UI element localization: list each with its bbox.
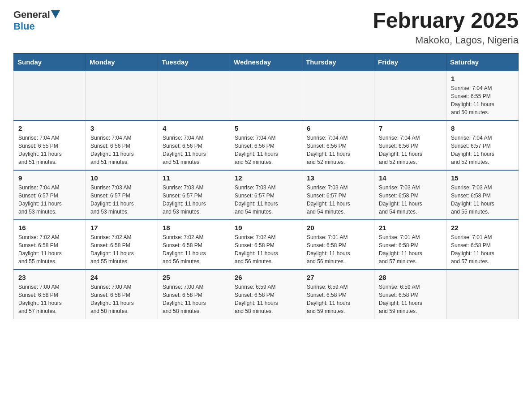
calendar-cell: 11Sunrise: 7:03 AM Sunset: 6:57 PM Dayli… [158,170,230,220]
col-friday: Friday [374,53,446,71]
week-row-2: 2Sunrise: 7:04 AM Sunset: 6:55 PM Daylig… [14,120,519,170]
day-number: 26 [235,274,297,281]
day-number: 1 [451,75,514,82]
day-number: 10 [90,174,153,182]
calendar-table: Sunday Monday Tuesday Wednesday Thursday… [13,53,519,319]
calendar-cell: 24Sunrise: 7:00 AM Sunset: 6:58 PM Dayli… [86,270,158,319]
calendar-cell: 28Sunrise: 6:59 AM Sunset: 6:58 PM Dayli… [374,270,446,319]
day-number: 9 [18,174,81,182]
day-info: Sunrise: 7:03 AM Sunset: 6:57 PM Dayligh… [90,184,153,216]
calendar-cell [230,71,302,120]
calendar-cell: 22Sunrise: 7:01 AM Sunset: 6:58 PM Dayli… [446,220,519,270]
calendar-cell: 3Sunrise: 7:04 AM Sunset: 6:56 PM Daylig… [86,120,158,170]
day-info: Sunrise: 7:04 AM Sunset: 6:56 PM Dayligh… [163,134,225,166]
calendar-cell: 16Sunrise: 7:02 AM Sunset: 6:58 PM Dayli… [14,220,86,270]
calendar-cell: 12Sunrise: 7:03 AM Sunset: 6:57 PM Dayli… [230,170,302,220]
day-info: Sunrise: 7:04 AM Sunset: 6:57 PM Dayligh… [18,184,81,216]
col-thursday: Thursday [302,53,374,71]
day-info: Sunrise: 6:59 AM Sunset: 6:58 PM Dayligh… [379,283,442,315]
calendar-cell: 4Sunrise: 7:04 AM Sunset: 6:56 PM Daylig… [158,120,230,170]
logo-blue: Blue [13,21,35,32]
day-info: Sunrise: 7:04 AM Sunset: 6:55 PM Dayligh… [18,134,81,166]
header-row: Sunday Monday Tuesday Wednesday Thursday… [14,53,519,71]
calendar-cell: 18Sunrise: 7:02 AM Sunset: 6:58 PM Dayli… [158,220,230,270]
day-number: 17 [90,224,153,231]
day-info: Sunrise: 7:04 AM Sunset: 6:56 PM Dayligh… [307,134,369,166]
calendar-cell: 14Sunrise: 7:03 AM Sunset: 6:58 PM Dayli… [374,170,446,220]
col-sunday: Sunday [14,53,86,71]
logo: General Blue [13,9,60,32]
day-number: 11 [163,174,225,182]
calendar-cell: 23Sunrise: 7:00 AM Sunset: 6:58 PM Dayli… [14,270,86,319]
day-number: 24 [90,274,153,281]
page-header: General Blue February 2025 Makoko, Lagos… [13,9,519,46]
svg-marker-0 [51,10,60,18]
calendar-title: February 2025 [373,9,519,33]
day-number: 14 [379,174,442,182]
day-info: Sunrise: 7:02 AM Sunset: 6:58 PM Dayligh… [163,233,225,265]
day-info: Sunrise: 7:03 AM Sunset: 6:58 PM Dayligh… [379,184,442,216]
col-monday: Monday [86,53,158,71]
day-number: 3 [90,124,153,132]
week-row-3: 9Sunrise: 7:04 AM Sunset: 6:57 PM Daylig… [14,170,519,220]
title-section: February 2025 Makoko, Lagos, Nigeria [373,9,519,46]
day-info: Sunrise: 7:01 AM Sunset: 6:58 PM Dayligh… [451,233,514,265]
day-info: Sunrise: 7:00 AM Sunset: 6:58 PM Dayligh… [163,283,225,315]
day-info: Sunrise: 7:04 AM Sunset: 6:55 PM Dayligh… [451,84,514,116]
day-info: Sunrise: 7:00 AM Sunset: 6:58 PM Dayligh… [90,283,153,315]
calendar-cell [86,71,158,120]
day-info: Sunrise: 7:04 AM Sunset: 6:56 PM Dayligh… [379,134,442,166]
day-info: Sunrise: 7:03 AM Sunset: 6:57 PM Dayligh… [307,184,369,216]
day-number: 18 [163,224,225,231]
day-info: Sunrise: 6:59 AM Sunset: 6:58 PM Dayligh… [235,283,297,315]
calendar-subtitle: Makoko, Lagos, Nigeria [373,34,519,46]
day-info: Sunrise: 7:02 AM Sunset: 6:58 PM Dayligh… [18,233,81,265]
calendar-cell: 21Sunrise: 7:01 AM Sunset: 6:58 PM Dayli… [374,220,446,270]
day-number: 6 [307,124,369,132]
day-number: 27 [307,274,369,281]
day-number: 7 [379,124,442,132]
calendar-cell [14,71,86,120]
day-info: Sunrise: 7:04 AM Sunset: 6:57 PM Dayligh… [451,134,514,166]
day-number: 19 [235,224,297,231]
calendar-cell: 27Sunrise: 6:59 AM Sunset: 6:58 PM Dayli… [302,270,374,319]
day-number: 4 [163,124,225,132]
day-info: Sunrise: 7:03 AM Sunset: 6:58 PM Dayligh… [451,184,514,216]
calendar-cell: 1Sunrise: 7:04 AM Sunset: 6:55 PM Daylig… [446,71,519,120]
day-info: Sunrise: 7:01 AM Sunset: 6:58 PM Dayligh… [379,233,442,265]
day-number: 16 [18,224,81,231]
day-number: 25 [163,274,225,281]
col-wednesday: Wednesday [230,53,302,71]
col-saturday: Saturday [446,53,519,71]
day-info: Sunrise: 7:03 AM Sunset: 6:57 PM Dayligh… [235,184,297,216]
calendar-cell: 20Sunrise: 7:01 AM Sunset: 6:58 PM Dayli… [302,220,374,270]
day-info: Sunrise: 7:00 AM Sunset: 6:58 PM Dayligh… [18,283,81,315]
calendar-cell: 7Sunrise: 7:04 AM Sunset: 6:56 PM Daylig… [374,120,446,170]
logo-general: General [13,9,50,21]
day-number: 12 [235,174,297,182]
day-number: 21 [379,224,442,231]
calendar-cell: 26Sunrise: 6:59 AM Sunset: 6:58 PM Dayli… [230,270,302,319]
calendar-cell [446,270,519,319]
day-info: Sunrise: 7:04 AM Sunset: 6:56 PM Dayligh… [235,134,297,166]
calendar-cell: 9Sunrise: 7:04 AM Sunset: 6:57 PM Daylig… [14,170,86,220]
day-info: Sunrise: 7:03 AM Sunset: 6:57 PM Dayligh… [163,184,225,216]
calendar-cell: 2Sunrise: 7:04 AM Sunset: 6:55 PM Daylig… [14,120,86,170]
calendar-cell [158,71,230,120]
day-number: 2 [18,124,81,132]
calendar-cell: 10Sunrise: 7:03 AM Sunset: 6:57 PM Dayli… [86,170,158,220]
calendar-cell [374,71,446,120]
calendar-cell: 17Sunrise: 7:02 AM Sunset: 6:58 PM Dayli… [86,220,158,270]
day-number: 13 [307,174,369,182]
logo-arrow-icon [51,10,60,20]
day-number: 22 [451,224,514,231]
calendar-cell: 8Sunrise: 7:04 AM Sunset: 6:57 PM Daylig… [446,120,519,170]
calendar-cell: 5Sunrise: 7:04 AM Sunset: 6:56 PM Daylig… [230,120,302,170]
day-number: 5 [235,124,297,132]
calendar-cell: 19Sunrise: 7:02 AM Sunset: 6:58 PM Dayli… [230,220,302,270]
day-info: Sunrise: 7:02 AM Sunset: 6:58 PM Dayligh… [90,233,153,265]
calendar-cell: 25Sunrise: 7:00 AM Sunset: 6:58 PM Dayli… [158,270,230,319]
day-info: Sunrise: 6:59 AM Sunset: 6:58 PM Dayligh… [307,283,369,315]
calendar-cell: 6Sunrise: 7:04 AM Sunset: 6:56 PM Daylig… [302,120,374,170]
calendar-cell: 15Sunrise: 7:03 AM Sunset: 6:58 PM Dayli… [446,170,519,220]
